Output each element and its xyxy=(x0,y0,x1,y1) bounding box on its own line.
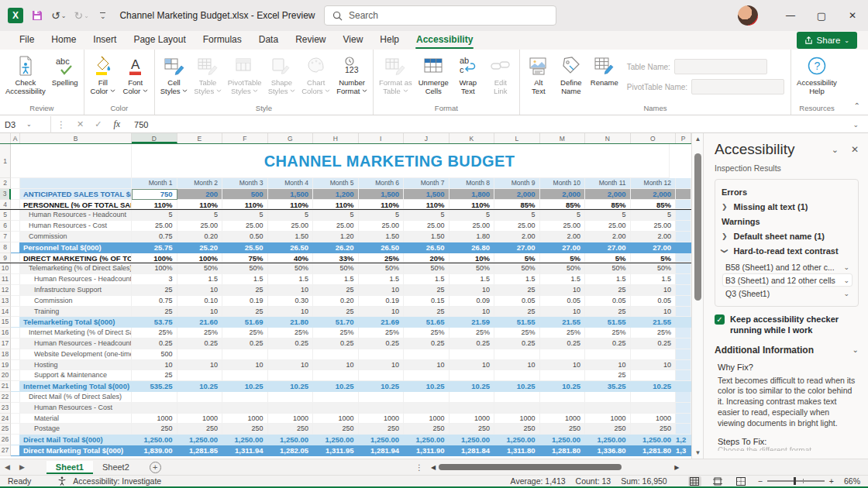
data-cell[interactable]: 1.50 xyxy=(268,232,314,242)
wrap-text-button[interactable]: abcWrapText xyxy=(453,53,484,97)
data-cell[interactable]: 5 xyxy=(404,210,450,221)
row-header-3[interactable]: 3 xyxy=(0,189,11,200)
data-cell[interactable] xyxy=(177,403,223,414)
vertical-scrollbar[interactable]: ▲ ▼ xyxy=(691,133,703,459)
data-cell[interactable]: 51.69 xyxy=(222,317,268,328)
alt-text-button[interactable]: AltText xyxy=(523,53,554,97)
data-cell[interactable]: 1.5 xyxy=(585,274,631,285)
partial-col-cell[interactable] xyxy=(676,392,691,403)
data-cell[interactable]: 25 xyxy=(313,307,359,318)
data-cell[interactable]: 0.25 xyxy=(177,339,223,349)
data-cell[interactable]: 500 xyxy=(222,189,268,200)
row-label-3[interactable]: ANTICIPATED SALES TOTAL $(000) xyxy=(20,189,132,200)
data-cell[interactable] xyxy=(540,403,586,414)
col-header-G[interactable]: G xyxy=(268,133,314,143)
data-cell[interactable]: 10 xyxy=(540,285,586,296)
data-cell[interactable] xyxy=(222,370,268,381)
data-cell[interactable]: 25 xyxy=(132,307,177,318)
data-cell[interactable]: 250 xyxy=(132,424,177,435)
data-cell[interactable] xyxy=(631,403,677,414)
col-header-E[interactable]: E xyxy=(177,133,223,143)
contrast-item[interactable]: B58 (Sheet1) and 12 other c...⌄ xyxy=(723,261,852,273)
data-cell[interactable]: 50% xyxy=(222,263,268,274)
grid-cell[interactable] xyxy=(11,392,20,403)
data-cell[interactable]: 26.50 xyxy=(268,242,314,253)
data-cell[interactable]: 250 xyxy=(494,424,540,435)
col-header-M[interactable]: M xyxy=(540,133,586,143)
row-label-17[interactable]: Human Resources - Headcount xyxy=(20,339,132,349)
partial-col-cell[interactable] xyxy=(676,339,691,349)
data-cell[interactable]: 1,250.00 xyxy=(268,435,314,445)
data-cell[interactable]: 53.75 xyxy=(132,317,177,328)
data-cell[interactable]: Month 7 xyxy=(404,178,450,189)
data-cell[interactable]: 1000 xyxy=(359,414,405,424)
data-cell[interactable]: 10 xyxy=(631,285,677,296)
data-cell[interactable]: 10 xyxy=(494,360,540,371)
row-header-23[interactable]: 23 xyxy=(0,403,11,414)
data-cell[interactable]: 110% xyxy=(313,200,359,210)
accessibility-help-button[interactable]: ?AccessibilityHelp xyxy=(794,53,839,97)
data-cell[interactable]: 1.5 xyxy=(631,274,677,285)
data-cell[interactable] xyxy=(450,392,495,403)
tab-formulas[interactable]: Formulas xyxy=(195,32,250,49)
row-header-19[interactable]: 19 xyxy=(0,360,11,371)
data-cell[interactable]: 25.75 xyxy=(132,242,177,253)
warning-default-sheet-name[interactable]: ❯ Default sheet name (1) xyxy=(722,232,852,241)
row-label-12[interactable]: Infrastructure Support xyxy=(20,285,132,296)
data-cell[interactable]: 2,000 xyxy=(540,189,586,200)
data-cell[interactable]: 1,250.00 xyxy=(494,435,540,445)
spreadsheet-grid[interactable]: ABDEFGHIJKLMNOP1CHANNEL MARKETING BUDGET… xyxy=(0,133,691,459)
data-cell[interactable]: 25 xyxy=(132,370,177,381)
data-cell[interactable]: 0.25 xyxy=(585,339,631,349)
data-cell[interactable]: 0.25 xyxy=(404,339,450,349)
data-cell[interactable]: 25 xyxy=(494,285,540,296)
add-sheet-button[interactable]: + xyxy=(150,462,161,473)
data-cell[interactable]: 5 xyxy=(313,210,359,221)
col-header-B[interactable]: B xyxy=(20,133,132,143)
row-label-25[interactable]: Postage xyxy=(20,424,132,435)
row-header-2[interactable]: 2 xyxy=(0,178,11,189)
partial-col-cell[interactable] xyxy=(676,370,691,381)
data-cell[interactable]: Month 9 xyxy=(494,178,540,189)
grid-cell[interactable] xyxy=(11,370,20,381)
data-cell[interactable]: 25 xyxy=(404,307,450,318)
tab-options-icon[interactable]: ⋮ xyxy=(415,463,423,472)
data-cell[interactable]: 110% xyxy=(268,200,314,210)
row-label-7[interactable]: Commission xyxy=(20,232,132,242)
data-cell[interactable]: 1,250.00 xyxy=(359,435,405,445)
data-cell[interactable]: 25% xyxy=(359,253,405,263)
data-cell[interactable]: 1000 xyxy=(268,414,314,424)
data-cell[interactable]: 0.25 xyxy=(268,339,314,349)
contrast-item[interactable]: B3 (Sheet1) and 12 other cells⌄ xyxy=(723,274,852,286)
partial-col-cell[interactable] xyxy=(676,274,691,285)
data-cell[interactable]: 25.00 xyxy=(268,221,314,232)
data-cell[interactable]: Month 4 xyxy=(268,178,314,189)
data-cell[interactable]: 10 xyxy=(268,285,314,296)
data-cell[interactable]: 25 xyxy=(404,285,450,296)
data-cell[interactable]: 25.00 xyxy=(494,221,540,232)
data-cell[interactable]: Month 12 xyxy=(631,178,677,189)
grid-cell[interactable] xyxy=(11,263,20,274)
data-cell[interactable]: 1.5 xyxy=(404,274,450,285)
data-cell[interactable]: 25 xyxy=(585,370,631,381)
partial-col-cell[interactable] xyxy=(676,414,691,424)
data-cell[interactable]: 1,281.84 xyxy=(450,445,495,456)
spelling-button[interactable]: abcSpelling xyxy=(50,53,81,88)
data-cell[interactable]: 25 xyxy=(222,285,268,296)
data-cell[interactable] xyxy=(268,370,314,381)
data-cell[interactable]: 25.00 xyxy=(222,221,268,232)
data-cell[interactable]: 110% xyxy=(177,200,223,210)
data-cell[interactable]: 5% xyxy=(540,253,586,263)
data-cell[interactable]: 26.50 xyxy=(359,242,405,253)
row-label-9[interactable]: DIRECT MARKETING (% OF TOTAL xyxy=(20,253,132,263)
data-cell[interactable]: 10 xyxy=(222,360,268,371)
row-header-25[interactable]: 25 xyxy=(0,424,11,435)
row-label-21[interactable]: Internet Marketing Total $(000) xyxy=(20,381,132,392)
data-cell[interactable]: 1.50 xyxy=(359,232,405,242)
row-label-2[interactable] xyxy=(20,178,132,189)
data-cell[interactable]: 2,000 xyxy=(631,189,677,200)
row-label-5[interactable]: Human Resources - Headcount xyxy=(20,210,132,221)
col-header-K[interactable]: K xyxy=(450,133,495,143)
pane-close-icon[interactable]: ✕ xyxy=(851,144,859,155)
data-cell[interactable]: 250 xyxy=(404,424,450,435)
